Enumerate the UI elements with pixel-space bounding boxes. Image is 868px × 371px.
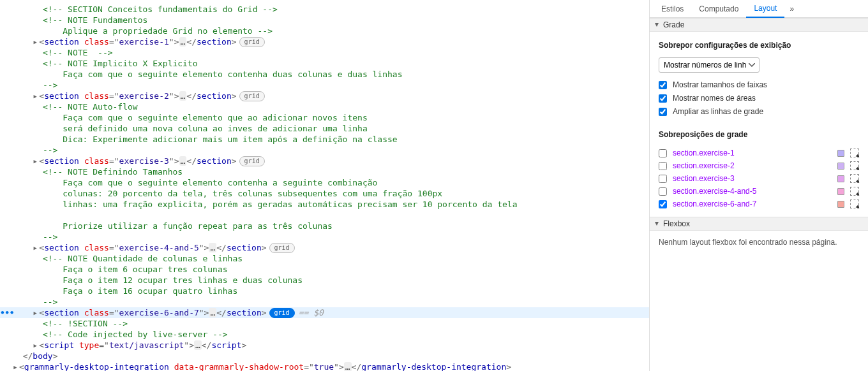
overlay-checkbox[interactable] bbox=[659, 162, 667, 170]
overlay-subhead: Sobreposições de grade bbox=[659, 130, 859, 139]
tab-styles[interactable]: Estilos bbox=[654, 1, 691, 17]
sidebar-layout-panel: Estilos Computado Layout » ▾ Grade Sobre… bbox=[649, 0, 868, 371]
expander-icon[interactable]: ▸ bbox=[33, 307, 39, 318]
twisty-icon: ▾ bbox=[655, 219, 661, 228]
overlay-name[interactable]: section.exercise-3 bbox=[673, 174, 832, 183]
code-line[interactable]: <!-- NOTE Auto-flow bbox=[0, 101, 649, 112]
code-line[interactable]: ▸<section class="exercise-4-and-5">…</se… bbox=[0, 242, 649, 253]
code-line[interactable]: <!-- NOTE Implicito X Explicito bbox=[0, 58, 649, 69]
tabs-overflow[interactable]: » bbox=[784, 2, 799, 16]
overlay-name[interactable]: section.exercise-6-and-7 bbox=[673, 200, 832, 208]
selected-node-marker: ••• bbox=[0, 307, 11, 318]
code-line[interactable]: --> bbox=[0, 80, 649, 91]
overlay-name[interactable]: section.exercise-1 bbox=[673, 149, 832, 157]
code-line[interactable]: ▸<grammarly-desktop-integration data-gra… bbox=[0, 361, 649, 371]
cb-track-sizes[interactable] bbox=[659, 81, 667, 89]
code-line[interactable]: será definido uma nova coluna ao inves d… bbox=[0, 123, 649, 134]
code-line[interactable]: Priorize utilizar a função repeat para a… bbox=[0, 221, 649, 231]
overlay-checkbox[interactable] bbox=[659, 175, 667, 183]
code-line[interactable]: Faça com que o seguinte elemento contenh… bbox=[0, 69, 649, 80]
grid-panel-body: Sobrepor configurações de exibição Mostr… bbox=[650, 32, 868, 217]
code-line[interactable]: <!-- Code injected by live-server --> bbox=[0, 329, 649, 340]
elements-tree[interactable]: <!-- SECTION Conceitos fundamentais do G… bbox=[0, 0, 649, 371]
code-line[interactable]: colunas: 20 porcento da tela, três colun… bbox=[0, 188, 649, 199]
code-line[interactable]: Faça o item 16 ocupar quatro linhas bbox=[0, 286, 649, 296]
overlay-item: section.exercise-6-and-7 bbox=[659, 198, 859, 210]
overlay-color-swatch[interactable] bbox=[837, 201, 844, 208]
expander-icon[interactable]: ▸ bbox=[33, 36, 39, 47]
code-line[interactable]: Aplique a propriedade Grid no elemento -… bbox=[0, 25, 649, 36]
overlay-checkbox[interactable] bbox=[659, 200, 667, 208]
flexbox-empty-message: Nenhum layout flexbox foi encontrado nes… bbox=[650, 231, 868, 254]
code-line[interactable]: ▸<section class="exercise-3">…</section>… bbox=[0, 156, 649, 166]
grid-badge[interactable]: grid bbox=[269, 243, 295, 253]
label-track-sizes: Mostrar tamanhos de faixas bbox=[673, 80, 767, 89]
element-picker-icon[interactable] bbox=[850, 174, 859, 183]
overlay-item: section.exercise-2 bbox=[659, 159, 859, 172]
overlay-item: section.exercise-4-and-5 bbox=[659, 185, 859, 198]
code-line[interactable]: Dica: Experimente adicionar mais um item… bbox=[0, 134, 649, 145]
overlay-item: section.exercise-1 bbox=[659, 147, 859, 159]
overlay-color-swatch[interactable] bbox=[837, 150, 844, 157]
grid-badge[interactable]: grid bbox=[239, 91, 265, 101]
element-picker-icon[interactable] bbox=[850, 149, 859, 157]
label-area-names: Mostrar nomes de áreas bbox=[673, 94, 756, 103]
tab-computed[interactable]: Computado bbox=[691, 1, 746, 17]
line-number-select[interactable]: Mostrar números de linha bbox=[659, 57, 760, 73]
overlay-color-swatch[interactable] bbox=[837, 188, 844, 195]
code-line[interactable]: <!-- !SECTION --> bbox=[0, 318, 649, 329]
section-title: Grade bbox=[663, 20, 684, 29]
expander-icon[interactable]: ▸ bbox=[33, 156, 39, 166]
label-extend-lines: Ampliar as linhas de grade bbox=[673, 107, 763, 116]
code-line[interactable]: Faça o item 12 ocupar tres linhas e duas… bbox=[0, 275, 649, 286]
overlay-checkbox[interactable] bbox=[659, 149, 667, 157]
overlay-checkbox[interactable] bbox=[659, 187, 667, 196]
expander-icon[interactable]: ▸ bbox=[13, 361, 19, 371]
code-line[interactable]: </body> bbox=[0, 351, 649, 361]
eq-hint: == $0 bbox=[299, 308, 324, 317]
code-line[interactable]: <!-- NOTE Quantidade de colunas e linhas bbox=[0, 253, 649, 264]
code-line[interactable]: ••• ▸<section class="exercise-6-and-7">…… bbox=[0, 307, 649, 318]
section-title: Flexbox bbox=[663, 219, 690, 228]
overlay-item: section.exercise-3 bbox=[659, 172, 859, 185]
code-line[interactable]: Faça com que o seguinte elemento contenh… bbox=[0, 177, 649, 188]
element-picker-icon[interactable] bbox=[850, 161, 859, 170]
cb-extend-lines[interactable] bbox=[659, 108, 667, 116]
code-line[interactable]: --> bbox=[0, 231, 649, 242]
sidebar-tabs: Estilos Computado Layout » bbox=[650, 0, 868, 18]
code-line[interactable]: ▸<section class="exercise-1">…</section>… bbox=[0, 36, 649, 47]
code-line[interactable]: --> bbox=[0, 145, 649, 156]
overlay-name[interactable]: section.exercise-2 bbox=[673, 161, 832, 170]
expander-icon[interactable]: ▸ bbox=[33, 340, 39, 351]
twisty-icon: ▾ bbox=[655, 20, 661, 29]
overlay-color-swatch[interactable] bbox=[837, 163, 844, 170]
code-line[interactable]: linhas: uma fração explicita, porém as g… bbox=[0, 199, 649, 210]
code-line[interactable]: ▸<script type="text/javascript">…</scrip… bbox=[0, 340, 649, 351]
grid-badge[interactable]: grid bbox=[239, 156, 265, 166]
overlay-color-swatch[interactable] bbox=[837, 175, 844, 182]
code-line[interactable]: --> bbox=[0, 296, 649, 307]
code-line[interactable]: Faça o item 6 ocupar tres colunas bbox=[0, 264, 649, 275]
overlay-list: section.exercise-1section.exercise-2sect… bbox=[659, 147, 859, 210]
grid-badge[interactable]: grid bbox=[269, 308, 295, 318]
code-line[interactable]: <!-- NOTE --> bbox=[0, 47, 649, 58]
section-header-grid[interactable]: ▾ Grade bbox=[650, 18, 868, 32]
section-header-flex[interactable]: ▾ Flexbox bbox=[650, 217, 868, 231]
grid-badge[interactable]: grid bbox=[239, 37, 265, 47]
element-picker-icon[interactable] bbox=[850, 187, 859, 196]
cb-area-names[interactable] bbox=[659, 94, 667, 103]
grid-subhead: Sobrepor configurações de exibição bbox=[659, 41, 859, 50]
code-line[interactable]: ▸<section class="exercise-2">…</section>… bbox=[0, 91, 649, 101]
code-line[interactable] bbox=[0, 210, 649, 221]
tab-layout[interactable]: Layout bbox=[746, 0, 784, 18]
element-picker-icon[interactable] bbox=[850, 200, 859, 208]
expander-icon[interactable]: ▸ bbox=[33, 242, 39, 253]
code-line[interactable]: <!-- SECTION Conceitos fundamentais do G… bbox=[0, 4, 649, 15]
expander-icon[interactable]: ▸ bbox=[33, 91, 39, 101]
code-line[interactable]: Faça com que o seguinte elemento que ao … bbox=[0, 112, 649, 123]
overlay-name[interactable]: section.exercise-4-and-5 bbox=[673, 187, 832, 196]
code-line[interactable]: <!-- NOTE Fundamentos bbox=[0, 15, 649, 25]
code-line[interactable]: <!-- NOTE Definindo Tamanhos bbox=[0, 166, 649, 177]
